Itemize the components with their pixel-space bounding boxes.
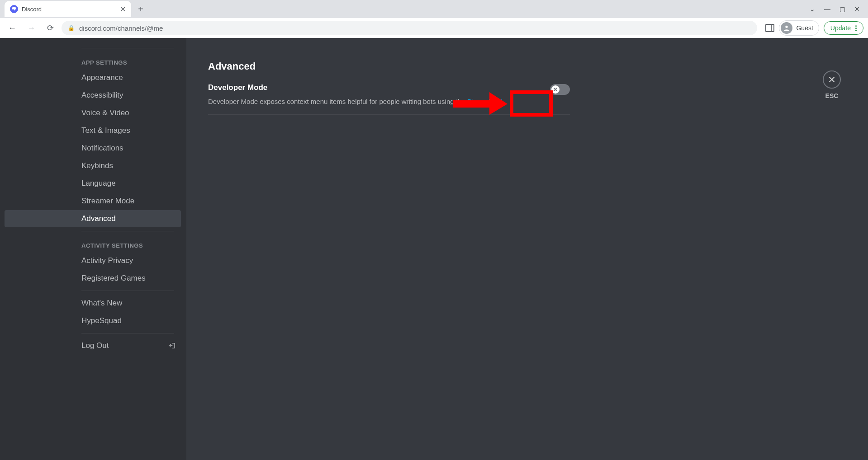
developer-mode-row: Developer Mode Developer Mode exposes co… <box>208 83 570 115</box>
sidebar-item-advanced[interactable]: Advanced <box>5 210 181 227</box>
new-tab-button[interactable]: + <box>134 2 147 16</box>
profile-badge[interactable]: Guest <box>779 20 819 36</box>
activity-settings-heading: ACTIVITY SETTINGS <box>5 235 181 252</box>
sidebar-item-voice-video[interactable]: Voice & Video <box>5 104 181 122</box>
lock-icon: 🔒 <box>68 25 75 31</box>
discord-api-link[interactable]: Discord API <box>467 98 503 105</box>
logout-label: Log Out <box>81 341 109 350</box>
divider <box>81 333 174 333</box>
update-button[interactable]: Update <box>824 21 863 35</box>
sidebar-item-hypesquad[interactable]: HypeSquad <box>5 312 181 329</box>
close-tab-icon[interactable]: ✕ <box>120 5 126 14</box>
discord-favicon <box>10 5 18 13</box>
sidebar-item-language[interactable]: Language <box>5 175 181 192</box>
avatar-icon <box>781 22 792 34</box>
reload-button[interactable]: ⟳ <box>43 20 58 36</box>
divider <box>81 48 174 48</box>
close-settings-button[interactable] <box>823 70 841 89</box>
settings-sidebar: APP SETTINGS Appearance Accessibility Vo… <box>0 38 186 460</box>
kebab-icon <box>855 25 857 31</box>
back-button[interactable]: ← <box>5 20 20 36</box>
sidebar-item-keybinds[interactable]: Keybinds <box>5 157 181 174</box>
logout-icon <box>169 342 176 349</box>
close-window-button[interactable]: ✕ <box>854 5 860 13</box>
url-text: discord.com/channels/@me <box>79 24 163 32</box>
forward-button[interactable]: → <box>24 20 39 36</box>
esc-label: ESC <box>825 92 839 99</box>
sidebar-item-logout[interactable]: Log Out <box>5 337 181 354</box>
sidebar-item-streamer-mode[interactable]: Streamer Mode <box>5 192 181 210</box>
page-title: Advanced <box>208 61 570 72</box>
browser-toolbar: ← → ⟳ 🔒 discord.com/channels/@me Guest U… <box>0 18 868 38</box>
settings-content: Advanced Developer Mode Developer Mode e… <box>186 38 868 460</box>
sidebar-item-text-images[interactable]: Text & Images <box>5 122 181 139</box>
toggle-thumb-off-icon <box>551 85 560 94</box>
window-controls: ⌄ — ▢ ✕ <box>802 0 868 18</box>
minimize-button[interactable]: — <box>824 5 830 13</box>
tab-title: Discord <box>22 6 116 13</box>
developer-mode-description: Developer Mode exposes context menu item… <box>208 97 504 106</box>
address-bar[interactable]: 🔒 discord.com/channels/@me <box>62 21 757 35</box>
svg-point-0 <box>786 26 788 28</box>
maximize-button[interactable]: ▢ <box>840 5 845 13</box>
profile-label: Guest <box>796 24 813 32</box>
sidebar-item-whats-new[interactable]: What's New <box>5 295 181 312</box>
close-settings: ESC <box>823 70 841 99</box>
developer-mode-label: Developer Mode <box>208 83 504 92</box>
browser-tab-strip: Discord ✕ + ⌄ — ▢ ✕ <box>0 0 868 18</box>
side-panel-icon[interactable] <box>765 24 774 32</box>
discord-settings: APP SETTINGS Appearance Accessibility Vo… <box>0 38 868 460</box>
divider <box>81 291 174 291</box>
developer-mode-toggle[interactable] <box>550 84 570 95</box>
divider <box>81 231 174 231</box>
app-settings-heading: APP SETTINGS <box>5 52 181 69</box>
sidebar-item-notifications[interactable]: Notifications <box>5 140 181 157</box>
sidebar-item-registered-games[interactable]: Registered Games <box>5 270 181 287</box>
browser-tab[interactable]: Discord ✕ <box>5 1 131 17</box>
tab-search-icon[interactable]: ⌄ <box>810 5 815 13</box>
sidebar-item-accessibility[interactable]: Accessibility <box>5 87 181 104</box>
sidebar-item-appearance[interactable]: Appearance <box>5 69 181 86</box>
sidebar-item-activity-privacy[interactable]: Activity Privacy <box>5 252 181 269</box>
update-label: Update <box>830 24 851 32</box>
